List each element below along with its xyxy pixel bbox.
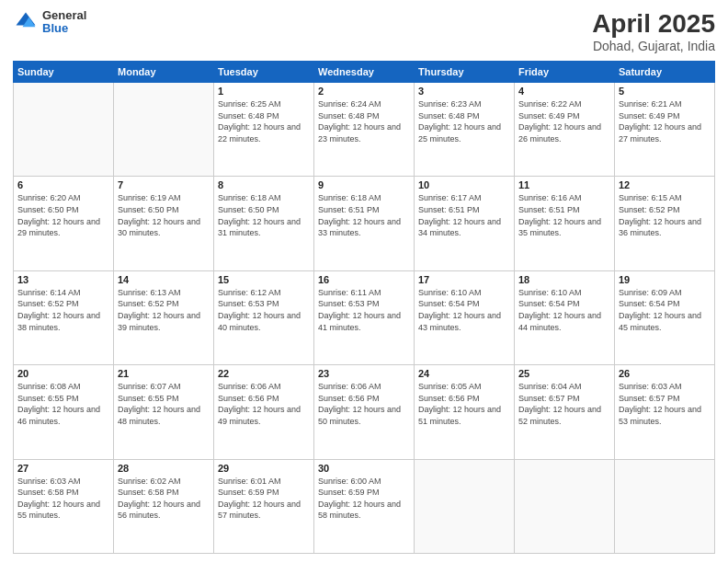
cell-w5-d6 — [515, 459, 615, 553]
col-thursday: Thursday — [415, 62, 515, 83]
day-info: Sunrise: 6:06 AMSunset: 6:56 PMDaylight:… — [218, 381, 310, 427]
day-info: Sunrise: 6:25 AMSunset: 6:48 PMDaylight:… — [218, 98, 310, 144]
day-number: 17 — [418, 274, 510, 285]
day-info: Sunrise: 6:12 AMSunset: 6:53 PMDaylight:… — [218, 287, 310, 333]
cell-w1-d4: 2Sunrise: 6:24 AMSunset: 6:48 PMDaylight… — [314, 83, 415, 177]
day-info: Sunrise: 6:20 AMSunset: 6:50 PMDaylight:… — [17, 192, 109, 238]
day-info: Sunrise: 6:08 AMSunset: 6:55 PMDaylight:… — [17, 381, 109, 427]
cell-w1-d2 — [114, 83, 214, 177]
day-number: 5 — [619, 86, 711, 97]
cell-w1-d7: 5Sunrise: 6:21 AMSunset: 6:49 PMDaylight… — [615, 83, 715, 177]
day-number: 4 — [518, 86, 610, 97]
cell-w2-d7: 12Sunrise: 6:15 AMSunset: 6:52 PMDayligh… — [615, 177, 715, 270]
col-tuesday: Tuesday — [214, 62, 314, 83]
week-row-3: 13Sunrise: 6:14 AMSunset: 6:52 PMDayligh… — [14, 270, 715, 364]
col-sunday: Sunday — [14, 62, 114, 83]
day-number: 13 — [17, 274, 109, 285]
day-info: Sunrise: 6:19 AMSunset: 6:50 PMDaylight:… — [118, 192, 210, 238]
cell-w2-d6: 11Sunrise: 6:16 AMSunset: 6:51 PMDayligh… — [515, 177, 615, 270]
cell-w2-d3: 8Sunrise: 6:18 AMSunset: 6:50 PMDaylight… — [214, 177, 314, 270]
header-row: Sunday Monday Tuesday Wednesday Thursday… — [14, 62, 715, 83]
cell-w2-d4: 9Sunrise: 6:18 AMSunset: 6:51 PMDaylight… — [314, 177, 415, 270]
day-info: Sunrise: 6:10 AMSunset: 6:54 PMDaylight:… — [418, 287, 510, 333]
logo-blue: Blue — [42, 22, 86, 35]
cell-w1-d3: 1Sunrise: 6:25 AMSunset: 6:48 PMDaylight… — [214, 83, 314, 177]
cell-w4-d4: 23Sunrise: 6:06 AMSunset: 6:56 PMDayligh… — [314, 365, 415, 459]
col-saturday: Saturday — [615, 62, 715, 83]
week-row-2: 6Sunrise: 6:20 AMSunset: 6:50 PMDaylight… — [14, 177, 715, 270]
week-row-1: 1Sunrise: 6:25 AMSunset: 6:48 PMDaylight… — [14, 83, 715, 177]
cell-w2-d1: 6Sunrise: 6:20 AMSunset: 6:50 PMDaylight… — [14, 177, 114, 270]
day-info: Sunrise: 6:10 AMSunset: 6:54 PMDaylight:… — [518, 287, 610, 333]
day-number: 14 — [118, 274, 210, 285]
day-info: Sunrise: 6:17 AMSunset: 6:51 PMDaylight:… — [418, 192, 510, 238]
title-block: April 2025 Dohad, Gujarat, India — [592, 9, 715, 53]
day-number: 12 — [619, 179, 711, 190]
cell-w3-d5: 17Sunrise: 6:10 AMSunset: 6:54 PMDayligh… — [415, 270, 515, 364]
cell-w4-d5: 24Sunrise: 6:05 AMSunset: 6:56 PMDayligh… — [415, 365, 515, 459]
cell-w5-d7 — [615, 459, 715, 553]
logo: General Blue — [13, 9, 86, 36]
day-info: Sunrise: 6:16 AMSunset: 6:51 PMDaylight:… — [518, 192, 610, 238]
day-info: Sunrise: 6:18 AMSunset: 6:51 PMDaylight:… — [318, 192, 410, 238]
day-number: 1 — [218, 86, 310, 97]
day-number: 22 — [218, 368, 310, 379]
cell-w4-d1: 20Sunrise: 6:08 AMSunset: 6:55 PMDayligh… — [14, 365, 114, 459]
cell-w4-d3: 22Sunrise: 6:06 AMSunset: 6:56 PMDayligh… — [214, 365, 314, 459]
cell-w4-d2: 21Sunrise: 6:07 AMSunset: 6:55 PMDayligh… — [114, 365, 214, 459]
cell-w5-d4: 30Sunrise: 6:00 AMSunset: 6:59 PMDayligh… — [314, 459, 415, 553]
cell-w3-d4: 16Sunrise: 6:11 AMSunset: 6:53 PMDayligh… — [314, 270, 415, 364]
day-info: Sunrise: 6:13 AMSunset: 6:52 PMDaylight:… — [118, 287, 210, 333]
day-info: Sunrise: 6:03 AMSunset: 6:58 PMDaylight:… — [17, 476, 109, 522]
header: General Blue April 2025 Dohad, Gujarat, … — [13, 9, 715, 53]
day-info: Sunrise: 6:07 AMSunset: 6:55 PMDaylight:… — [118, 381, 210, 427]
day-number: 6 — [17, 179, 109, 190]
day-info: Sunrise: 6:01 AMSunset: 6:59 PMDaylight:… — [218, 476, 310, 522]
month-year-title: April 2025 — [592, 9, 715, 39]
day-number: 26 — [619, 368, 711, 379]
day-number: 28 — [118, 463, 210, 474]
day-info: Sunrise: 6:21 AMSunset: 6:49 PMDaylight:… — [619, 98, 711, 144]
day-info: Sunrise: 6:04 AMSunset: 6:57 PMDaylight:… — [518, 381, 610, 427]
day-info: Sunrise: 6:15 AMSunset: 6:52 PMDaylight:… — [619, 192, 711, 238]
cell-w4-d6: 25Sunrise: 6:04 AMSunset: 6:57 PMDayligh… — [515, 365, 615, 459]
calendar-table: Sunday Monday Tuesday Wednesday Thursday… — [13, 61, 715, 554]
week-row-5: 27Sunrise: 6:03 AMSunset: 6:58 PMDayligh… — [14, 459, 715, 553]
day-number: 19 — [619, 274, 711, 285]
page: General Blue April 2025 Dohad, Gujarat, … — [0, 0, 728, 563]
col-monday: Monday — [114, 62, 214, 83]
day-number: 27 — [17, 463, 109, 474]
cell-w5-d3: 29Sunrise: 6:01 AMSunset: 6:59 PMDayligh… — [214, 459, 314, 553]
day-number: 3 — [418, 86, 510, 97]
day-number: 18 — [518, 274, 610, 285]
logo-icon — [13, 9, 39, 35]
cell-w1-d5: 3Sunrise: 6:23 AMSunset: 6:48 PMDaylight… — [415, 83, 515, 177]
day-info: Sunrise: 6:00 AMSunset: 6:59 PMDaylight:… — [318, 476, 410, 522]
day-info: Sunrise: 6:18 AMSunset: 6:50 PMDaylight:… — [218, 192, 310, 238]
cell-w5-d1: 27Sunrise: 6:03 AMSunset: 6:58 PMDayligh… — [14, 459, 114, 553]
day-number: 10 — [418, 179, 510, 190]
day-number: 23 — [318, 368, 410, 379]
cell-w3-d3: 15Sunrise: 6:12 AMSunset: 6:53 PMDayligh… — [214, 270, 314, 364]
location-subtitle: Dohad, Gujarat, India — [592, 39, 715, 53]
day-number: 29 — [218, 463, 310, 474]
day-number: 24 — [418, 368, 510, 379]
day-number: 21 — [118, 368, 210, 379]
day-info: Sunrise: 6:06 AMSunset: 6:56 PMDaylight:… — [318, 381, 410, 427]
cell-w1-d1 — [14, 83, 114, 177]
cell-w1-d6: 4Sunrise: 6:22 AMSunset: 6:49 PMDaylight… — [515, 83, 615, 177]
cell-w3-d6: 18Sunrise: 6:10 AMSunset: 6:54 PMDayligh… — [515, 270, 615, 364]
day-info: Sunrise: 6:03 AMSunset: 6:57 PMDaylight:… — [619, 381, 711, 427]
day-number: 7 — [118, 179, 210, 190]
day-number: 8 — [218, 179, 310, 190]
day-info: Sunrise: 6:02 AMSunset: 6:58 PMDaylight:… — [118, 476, 210, 522]
logo-general: General — [42, 9, 86, 22]
col-wednesday: Wednesday — [314, 62, 415, 83]
cell-w3-d7: 19Sunrise: 6:09 AMSunset: 6:54 PMDayligh… — [615, 270, 715, 364]
week-row-4: 20Sunrise: 6:08 AMSunset: 6:55 PMDayligh… — [14, 365, 715, 459]
cell-w5-d5 — [415, 459, 515, 553]
col-friday: Friday — [515, 62, 615, 83]
day-number: 11 — [518, 179, 610, 190]
day-info: Sunrise: 6:23 AMSunset: 6:48 PMDaylight:… — [418, 98, 510, 144]
day-number: 9 — [318, 179, 410, 190]
